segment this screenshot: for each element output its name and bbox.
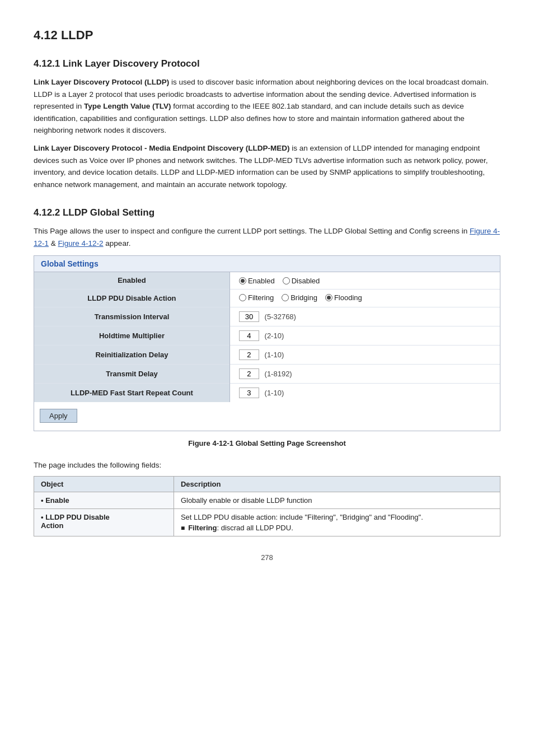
fields-row-enable: Enable Globally enable or disable LLDP f… <box>34 492 500 508</box>
radio-enabled[interactable]: Enabled <box>239 277 275 285</box>
radio-circle-disabled <box>283 277 290 284</box>
radio-bridging[interactable]: Bridging <box>282 293 317 302</box>
sub-bullet-filtering: ■ Filtering: discrad all LLDP PDU. <box>181 524 493 532</box>
holdtime-range: (2-10) <box>265 332 284 340</box>
col-header-description: Description <box>174 476 500 492</box>
radio-circle-filtering <box>239 294 246 301</box>
row-value-reinit: (1-10) <box>229 345 500 364</box>
holdtime-input[interactable] <box>239 330 259 341</box>
row-label-med-fast: LLDP-MED Fast Start Repeat Count <box>34 383 229 402</box>
row-value-tx-interval: (5-32768) <box>229 307 500 326</box>
row-label-enabled: Enabled <box>34 272 229 290</box>
sub-bullet-text-filtering: Filtering: discrad all LLDP PDU. <box>188 524 293 532</box>
row-label-pdu: LLDP PDU Disable Action <box>34 289 229 307</box>
tx-interval-range: (5-32768) <box>265 312 296 321</box>
radio-circle-flooding <box>325 294 332 301</box>
med-fast-input[interactable] <box>239 388 259 398</box>
radio-label-disabled: Disabled <box>292 277 320 285</box>
row-value-holdtime: (2-10) <box>229 326 500 345</box>
paragraph-1: Link Layer Discovery Protocol (LLDP) is … <box>34 76 500 137</box>
field-desc-enable: Globally enable or disable LLDP function <box>174 492 500 508</box>
paragraph-2: Link Layer Discovery Protocol - Media En… <box>34 142 500 190</box>
field-object-enable: Enable <box>34 492 174 508</box>
radio-label-flooding: Flooding <box>334 293 362 302</box>
row-label-tx-interval: Transmission Interval <box>34 307 229 326</box>
enabled-radio-group[interactable]: Enabled Disabled <box>239 277 320 285</box>
radio-filtering[interactable]: Filtering <box>239 293 274 302</box>
radio-circle-enabled <box>239 277 246 284</box>
row-label-holdtime: Holdtime Multiplier <box>34 326 229 345</box>
subsection-title-2: 4.12.2 LLDP Global Setting <box>34 207 500 218</box>
table-row: Transmission Interval (5-32768) <box>34 307 500 326</box>
row-label-tx-delay: Transmit Delay <box>34 364 229 383</box>
field-object-pdu: LLDP PDU DisableAction <box>34 508 174 536</box>
field-desc-pdu: Set LLDP PDU disable action: include "Fi… <box>174 508 500 536</box>
reinit-range: (1-10) <box>265 351 284 359</box>
page-number: 278 <box>34 553 500 562</box>
tx-delay-input[interactable] <box>239 368 259 379</box>
row-value-tx-delay: (1-8192) <box>229 364 500 383</box>
subsection-intro: This Page allows the user to inspect and… <box>34 225 500 249</box>
settings-table: Enabled Enabled Disabled LLDP PDU Disabl… <box>34 272 500 402</box>
global-settings-header: Global Settings <box>34 256 500 272</box>
row-value-enabled: Enabled Disabled <box>229 272 500 290</box>
section-title: 4.12 LLDP <box>34 28 500 43</box>
table-row: Enabled Enabled Disabled <box>34 272 500 290</box>
tx-interval-input[interactable] <box>239 311 259 322</box>
fields-intro: The page includes the following fields: <box>34 461 500 469</box>
tx-delay-range: (1-8192) <box>265 370 292 378</box>
square-bullet-icon: ■ <box>181 524 185 532</box>
table-row: LLDP-MED Fast Start Repeat Count (1-10) <box>34 383 500 402</box>
fields-row-pdu: LLDP PDU DisableAction Set LLDP PDU disa… <box>34 508 500 536</box>
radio-circle-bridging <box>282 294 289 301</box>
table-row: Reinitialization Delay (1-10) <box>34 345 500 364</box>
radio-label-enabled: Enabled <box>248 277 275 285</box>
row-label-reinit: Reinitialization Delay <box>34 345 229 364</box>
radio-disabled[interactable]: Disabled <box>283 277 320 285</box>
table-row: Holdtime Multiplier (2-10) <box>34 326 500 345</box>
subsection-title-1: 4.12.1 Link Layer Discovery Protocol <box>34 58 500 69</box>
table-row: Transmit Delay (1-8192) <box>34 364 500 383</box>
apply-button[interactable]: Apply <box>40 409 77 423</box>
radio-flooding[interactable]: Flooding <box>325 293 362 302</box>
table-header-row: Object Description <box>34 476 500 492</box>
med-fast-range: (1-10) <box>265 389 284 397</box>
radio-label-bridging: Bridging <box>291 293 317 302</box>
radio-label-filtering: Filtering <box>248 293 274 302</box>
table-row: LLDP PDU Disable Action Filtering Bridgi… <box>34 289 500 307</box>
row-value-med-fast: (1-10) <box>229 383 500 402</box>
row-value-pdu: Filtering Bridging Flooding <box>229 289 500 307</box>
fields-table: Object Description Enable Globally enabl… <box>34 476 500 536</box>
reinit-input[interactable] <box>239 349 259 360</box>
global-settings-panel: Global Settings Enabled Enabled Disabled <box>34 255 500 431</box>
col-header-object: Object <box>34 476 174 492</box>
pdu-radio-group[interactable]: Filtering Bridging Flooding <box>239 293 362 302</box>
figure-caption: Figure 4-12-1 Global Setting Page Screen… <box>34 439 500 447</box>
